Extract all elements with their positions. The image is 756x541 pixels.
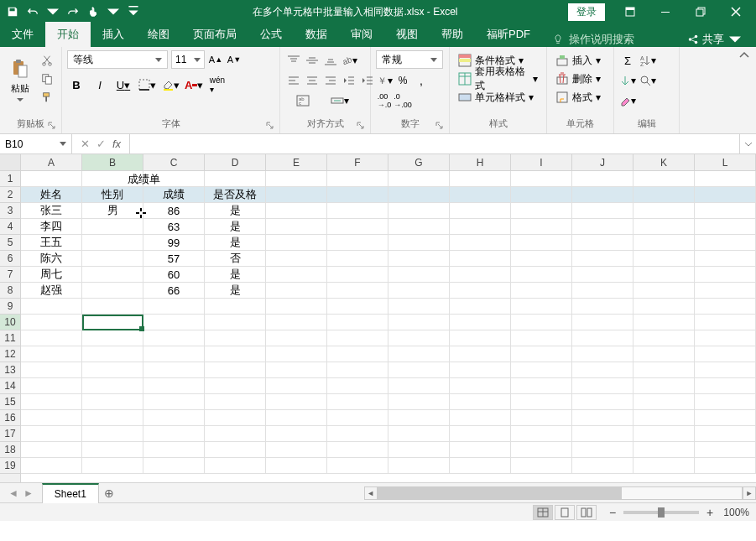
cell[interactable]: [572, 299, 633, 315]
row-header-17[interactable]: 17: [0, 426, 20, 442]
cell[interactable]: [327, 251, 388, 267]
shrink-font-icon[interactable]: A▼: [227, 50, 242, 69]
row-header-10[interactable]: 10: [0, 315, 20, 330]
cell[interactable]: 是: [205, 219, 266, 235]
cell[interactable]: [695, 346, 756, 362]
tab-pdf[interactable]: 福昕PDF: [475, 22, 542, 47]
cell[interactable]: [266, 426, 327, 442]
cell[interactable]: [266, 171, 327, 187]
zoom-slider[interactable]: [623, 511, 699, 514]
cell[interactable]: [266, 410, 327, 426]
cell[interactable]: [82, 442, 143, 458]
row-header-2[interactable]: 2: [0, 187, 20, 203]
cell[interactable]: [633, 362, 695, 378]
col-header-E[interactable]: E: [266, 154, 327, 170]
fill-icon[interactable]: ▾: [619, 72, 636, 89]
cell[interactable]: [327, 346, 388, 362]
merge-icon[interactable]: ▾: [322, 92, 357, 109]
cell[interactable]: [450, 171, 511, 187]
autosum-icon[interactable]: Σ: [619, 52, 636, 69]
cell[interactable]: [388, 378, 450, 394]
increase-decimal-icon[interactable]: .00→.0: [376, 92, 393, 109]
cell-style-button[interactable]: 单元格样式▾: [455, 89, 541, 106]
fx-icon[interactable]: fx: [112, 138, 121, 150]
cell[interactable]: [450, 330, 511, 346]
row-header-11[interactable]: 11: [0, 330, 20, 346]
cell[interactable]: [327, 330, 388, 346]
cell[interactable]: [388, 219, 450, 235]
collapse-ribbon-icon[interactable]: [733, 47, 756, 133]
row-header-18[interactable]: 18: [0, 442, 20, 458]
indent-dec-icon[interactable]: [341, 72, 357, 89]
cell[interactable]: [82, 410, 143, 426]
cell[interactable]: [266, 394, 327, 410]
cell[interactable]: [82, 219, 143, 235]
cell[interactable]: [450, 267, 511, 283]
tab-file[interactable]: 文件: [0, 22, 45, 47]
cell[interactable]: [266, 330, 327, 346]
col-header-K[interactable]: K: [633, 154, 695, 170]
cell[interactable]: [388, 283, 450, 299]
cell[interactable]: [633, 394, 695, 410]
cell[interactable]: [388, 442, 450, 458]
cell[interactable]: [695, 426, 756, 442]
cell[interactable]: [388, 299, 450, 315]
align-left-icon[interactable]: [285, 72, 302, 89]
cell[interactable]: [511, 283, 572, 299]
cell[interactable]: [633, 458, 695, 474]
cell[interactable]: [327, 299, 388, 315]
cell[interactable]: [511, 187, 572, 203]
cell[interactable]: 李四: [21, 219, 82, 235]
col-header-C[interactable]: C: [143, 154, 205, 170]
cell[interactable]: 陈六: [21, 251, 82, 267]
cell[interactable]: [450, 458, 511, 474]
cell[interactable]: [450, 219, 511, 235]
cell[interactable]: [450, 378, 511, 394]
cell[interactable]: [695, 378, 756, 394]
cell[interactable]: [205, 362, 266, 378]
cell[interactable]: [633, 442, 695, 458]
cell[interactable]: [388, 410, 450, 426]
cell[interactable]: [327, 187, 388, 203]
cell[interactable]: [450, 315, 511, 330]
col-header-I[interactable]: I: [511, 154, 572, 170]
cell[interactable]: 周七: [21, 267, 82, 283]
cell[interactable]: 王五: [21, 235, 82, 251]
cell[interactable]: [695, 394, 756, 410]
cell[interactable]: [572, 283, 633, 299]
cell[interactable]: [21, 458, 82, 474]
cell[interactable]: [388, 315, 450, 330]
cell[interactable]: 99: [143, 235, 205, 251]
cell[interactable]: [82, 267, 143, 283]
save-icon[interactable]: [3, 3, 22, 21]
col-header-B[interactable]: B: [82, 154, 143, 170]
cell[interactable]: [82, 346, 143, 362]
cut-icon[interactable]: [39, 52, 55, 69]
row-header-8[interactable]: 8: [0, 283, 20, 299]
row-header-15[interactable]: 15: [0, 394, 20, 410]
row-header-5[interactable]: 5: [0, 235, 20, 251]
cell[interactable]: [266, 458, 327, 474]
cell[interactable]: 是: [205, 235, 266, 251]
scroll-right-icon[interactable]: ►: [743, 486, 756, 500]
sort-filter-icon[interactable]: AZ▾: [639, 52, 656, 69]
cell[interactable]: [205, 378, 266, 394]
cell[interactable]: [511, 394, 572, 410]
cell[interactable]: [572, 267, 633, 283]
cell[interactable]: [266, 362, 327, 378]
cell[interactable]: [388, 235, 450, 251]
cell[interactable]: [388, 203, 450, 219]
cell[interactable]: [695, 203, 756, 219]
cell[interactable]: 86: [143, 203, 205, 219]
table-format-button[interactable]: 套用表格格式▾: [455, 70, 541, 87]
row-header-1[interactable]: 1: [0, 171, 20, 187]
cell[interactable]: [327, 283, 388, 299]
cell[interactable]: [511, 315, 572, 330]
cell[interactable]: [633, 346, 695, 362]
format-cells-button[interactable]: 格式▾: [552, 89, 604, 106]
cell[interactable]: [388, 251, 450, 267]
insert-cells-button[interactable]: 插入▾: [552, 52, 604, 69]
col-header-D[interactable]: D: [205, 154, 266, 170]
cell[interactable]: [82, 362, 143, 378]
cell[interactable]: 姓名: [21, 187, 82, 203]
